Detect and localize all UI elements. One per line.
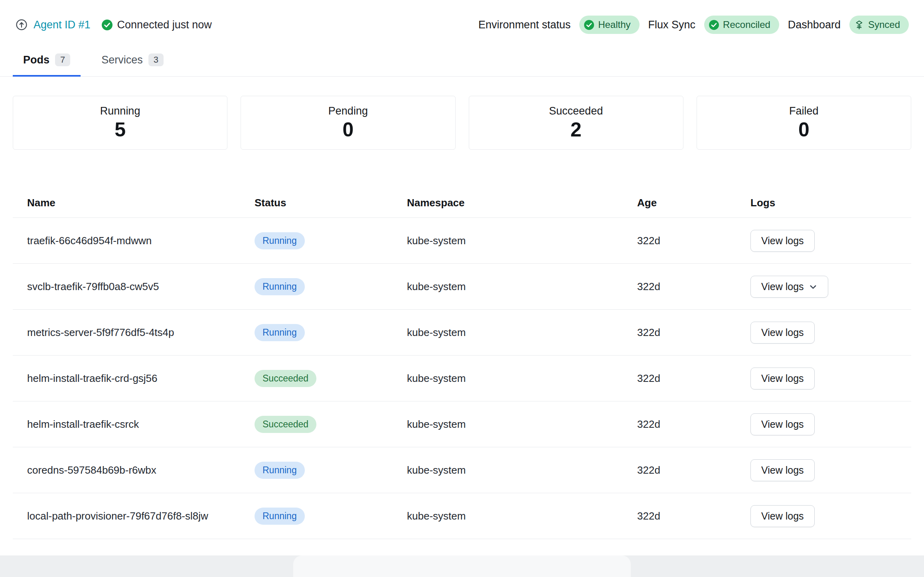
bottom-sheet-surface <box>293 555 631 577</box>
tab-bar: Pods 7 Services 3 <box>0 49 924 77</box>
view-logs-label: View logs <box>761 419 804 430</box>
table-row: local-path-provisioner-79f67d76f8-sl8jw … <box>13 493 911 539</box>
pod-namespace: kube-system <box>407 372 637 385</box>
view-logs-button[interactable]: View logs <box>750 505 815 527</box>
pod-name: helm-install-traefik-csrck <box>13 417 255 431</box>
tab-pods-count: 7 <box>55 53 70 66</box>
status-badge: Running <box>255 324 305 342</box>
pod-status-cell: Running <box>255 278 407 296</box>
pod-namespace: kube-system <box>407 326 637 339</box>
pod-logs-cell: View logs <box>750 322 911 344</box>
table-row: metrics-server-5f9f776df5-4ts4p Running … <box>13 310 911 356</box>
status-badge: Running <box>255 508 305 525</box>
pod-status-cell: Running <box>255 508 407 525</box>
dashboard-label: Dashboard <box>788 19 841 31</box>
tab-services[interactable]: Services 3 <box>91 49 174 77</box>
table-row: coredns-597584b69b-r6wbx Running kube-sy… <box>13 447 911 493</box>
table-header-row: Name Status Namespace Age Logs <box>13 188 911 218</box>
agent-id-link[interactable]: Agent ID #1 <box>34 19 91 31</box>
pod-age: 322d <box>637 326 750 339</box>
status-badge: Succeeded <box>255 416 316 433</box>
pod-name: svclb-traefik-79ffb0a8-cw5v5 <box>13 280 255 294</box>
column-header-logs: Logs <box>750 197 911 209</box>
column-header-status: Status <box>255 197 407 209</box>
stat-label: Running <box>100 105 140 117</box>
pod-age: 322d <box>637 418 750 431</box>
tab-pods[interactable]: Pods 7 <box>13 49 81 77</box>
flux-sync-label: Flux Sync <box>648 19 696 31</box>
pod-namespace: kube-system <box>407 418 637 431</box>
table-row: helm-install-traefik-csrck Succeeded kub… <box>13 401 911 447</box>
stat-value: 0 <box>798 119 809 141</box>
reconciled-badge-label: Reconciled <box>723 19 770 30</box>
pod-age: 322d <box>637 464 750 476</box>
pod-age: 322d <box>637 372 750 385</box>
stat-card-succeeded: Succeeded 2 <box>469 96 683 150</box>
view-logs-label: View logs <box>761 510 804 522</box>
column-header-age: Age <box>637 197 750 209</box>
pod-name: local-path-provisioner-79f67d76f8-sl8jw <box>13 509 255 523</box>
tab-services-count: 3 <box>148 53 164 66</box>
pod-namespace: kube-system <box>407 464 637 476</box>
pod-age: 322d <box>637 235 750 247</box>
pod-name: metrics-server-5f9f776df5-4ts4p <box>13 326 255 340</box>
view-logs-button[interactable]: View logs <box>750 230 815 252</box>
view-logs-label: View logs <box>761 464 804 476</box>
stat-value: 5 <box>115 119 126 141</box>
table-row: svclb-traefik-79ffb0a8-cw5v5 Running kub… <box>13 264 911 310</box>
pod-logs-cell: View logs <box>750 505 911 527</box>
view-logs-button[interactable]: View logs <box>750 276 828 298</box>
view-logs-button[interactable]: View logs <box>750 368 815 389</box>
check-circle-icon <box>584 20 594 30</box>
pod-status-cell: Succeeded <box>255 370 407 387</box>
view-logs-label: View logs <box>761 235 804 247</box>
reconciled-badge: Reconciled <box>704 16 779 34</box>
healthy-badge-label: Healthy <box>598 19 630 30</box>
environment-status-label: Environment status <box>478 19 571 31</box>
stat-label: Failed <box>789 105 819 117</box>
pod-namespace: kube-system <box>407 235 637 247</box>
pod-namespace: kube-system <box>407 510 637 522</box>
environment-status-group: Environment status Healthy Flux Sync Rec… <box>478 16 909 34</box>
pod-logs-cell: View logs <box>750 276 911 298</box>
status-badge: Running <box>255 462 305 479</box>
agent-status-group: Agent ID #1 Connected just now <box>15 18 212 31</box>
view-logs-label: View logs <box>761 373 804 384</box>
view-logs-button[interactable]: View logs <box>750 459 815 481</box>
pods-table: Name Status Namespace Age Logs traefik-6… <box>13 188 911 539</box>
status-badge: Running <box>255 232 305 250</box>
view-logs-button[interactable]: View logs <box>750 322 815 344</box>
pod-status-cell: Running <box>255 324 407 342</box>
pod-logs-cell: View logs <box>750 368 911 389</box>
pod-status-cell: Succeeded <box>255 416 407 433</box>
tab-services-label: Services <box>101 54 143 66</box>
connection-status: Connected just now <box>102 19 212 31</box>
flux-icon <box>854 20 864 30</box>
check-circle-icon <box>102 20 113 30</box>
pod-status-cell: Running <box>255 462 407 479</box>
stat-value: 0 <box>342 119 353 141</box>
table-row: helm-install-traefik-crd-gsj56 Succeeded… <box>13 356 911 401</box>
chevron-down-icon <box>809 282 817 291</box>
stat-value: 2 <box>571 119 582 141</box>
pod-logs-cell: View logs <box>750 413 911 435</box>
pod-age: 322d <box>637 510 750 522</box>
pod-name: helm-install-traefik-crd-gsj56 <box>13 371 255 385</box>
pod-name: coredns-597584b69b-r6wbx <box>13 463 255 477</box>
check-circle-icon <box>709 20 719 30</box>
stat-card-running: Running 5 <box>13 96 227 150</box>
stat-card-failed: Failed 0 <box>697 96 911 150</box>
stat-label: Pending <box>328 105 368 117</box>
pod-logs-cell: View logs <box>750 230 911 252</box>
view-logs-label: View logs <box>761 327 804 338</box>
pod-name: traefik-66c46d954f-mdwwn <box>13 234 255 248</box>
table-row: traefik-66c46d954f-mdwwn Running kube-sy… <box>13 218 911 264</box>
pod-namespace: kube-system <box>407 281 637 293</box>
column-header-name: Name <box>13 196 255 210</box>
page-bottom-strip <box>0 555 924 577</box>
table-body: traefik-66c46d954f-mdwwn Running kube-sy… <box>13 218 911 539</box>
top-bar: Agent ID #1 Connected just now Environme… <box>0 0 924 36</box>
stat-label: Succeeded <box>549 105 603 117</box>
stat-card-pending: Pending 0 <box>241 96 455 150</box>
view-logs-button[interactable]: View logs <box>750 413 815 435</box>
